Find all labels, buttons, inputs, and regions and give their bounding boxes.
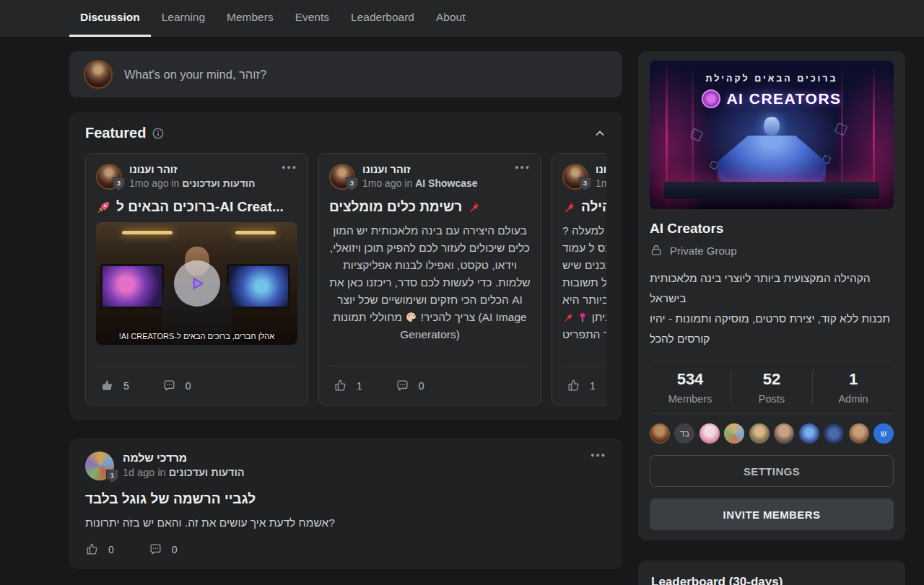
stat-posts[interactable]: 52 Posts xyxy=(731,370,812,405)
feed-post[interactable]: 1 מרדכי שלמה 1d ago in הודעות ועדכונים •… xyxy=(69,439,622,569)
like-count: 1 xyxy=(590,380,596,392)
comment-button[interactable]: 0 xyxy=(162,379,191,392)
member-avatar[interactable]: בד xyxy=(674,423,694,444)
video-caption: אהלן חברים, ברוכים הבאים ל-AI CREATORS! xyxy=(96,332,297,340)
group-sidebar: ברוכים הבאים לקהילת AI CREATORS AI Creat… xyxy=(638,51,905,585)
tab-about[interactable]: About xyxy=(425,0,476,37)
leaderboard-title: Leaderboard (30-days) xyxy=(651,575,892,585)
comment-button[interactable]: 0 xyxy=(396,379,424,392)
author-name[interactable]: מרדכי שלמה xyxy=(123,452,582,465)
rocket-icon xyxy=(96,200,111,215)
member-avatar[interactable]: ש xyxy=(873,423,894,444)
featured-heading: Featured xyxy=(85,125,146,141)
tab-members[interactable]: Members xyxy=(216,0,284,37)
video-thumbnail[interactable]: אהלן חברים, ברוכים הבאים ל-AI CREATORS! xyxy=(96,222,297,345)
group-stats: 534 Members 52 Posts 1 Admin xyxy=(650,361,894,414)
post-preview-text: בעולם היצירה עם בינה מלאכותית יש המון כל… xyxy=(329,222,531,343)
featured-card-community[interactable]: 3 זוהר וענונו 1mo קהילה ? למעלה היכנס ל xyxy=(552,153,606,405)
pushpin-icon xyxy=(562,201,576,214)
post-title: רשימת כלים מומלצים xyxy=(329,199,462,215)
member-avatar[interactable] xyxy=(724,423,744,444)
tab-events[interactable]: Events xyxy=(284,0,340,37)
member-avatar[interactable] xyxy=(824,423,844,444)
avatar[interactable]: 3 xyxy=(329,164,355,190)
round-pushpin-icon xyxy=(577,312,588,323)
level-badge: 3 xyxy=(346,177,358,190)
cover-welcome-text: ברוכים הבאים לקהילת xyxy=(650,74,894,84)
post-body: אשמח לדעת איך עושים את זה. והאם יש בזה י… xyxy=(85,516,606,529)
avatar[interactable]: 3 xyxy=(562,164,588,190)
category-link[interactable]: הודעות ועדכונים xyxy=(169,467,245,478)
featured-cards-row: 3 זוהר וענונו 1mo ago in הודעות ועדכונים… xyxy=(85,153,606,405)
tab-learning[interactable]: Learning xyxy=(151,0,216,37)
comment-count: 0 xyxy=(172,544,178,555)
group-name: AI Creators xyxy=(650,221,894,237)
group-description: הקהילה המקצועית ביותר ליוצרי בינה מלאכות… xyxy=(650,268,894,361)
privacy-label: Private Group xyxy=(670,245,737,257)
level-badge: 3 xyxy=(113,177,125,190)
page-content: What's on your mind, זוהר? Featured xyxy=(0,37,924,585)
composer-placeholder: What's on your mind, זוהר? xyxy=(124,68,266,82)
post-menu-icon[interactable]: ••• xyxy=(282,164,297,171)
play-button-icon[interactable] xyxy=(174,260,220,307)
invite-members-button[interactable]: INVITE MEMBERS xyxy=(650,498,894,530)
collapse-chevron-up-icon[interactable] xyxy=(593,127,606,140)
like-button[interactable]: 1 xyxy=(567,379,596,392)
group-info-card: ברוכים הבאים לקהילת AI CREATORS AI Creat… xyxy=(638,51,905,540)
group-cover-image: ברוכים הבאים לקהילת AI CREATORS xyxy=(650,61,894,209)
category-link[interactable]: AI Showcase xyxy=(415,177,477,189)
post-meta: 1mo xyxy=(596,177,606,189)
lock-icon xyxy=(650,244,663,257)
settings-button[interactable]: SETTINGS xyxy=(650,455,894,487)
avatar[interactable]: 1 xyxy=(85,452,114,480)
level-badge: 1 xyxy=(106,470,118,483)
monitor-right xyxy=(227,264,290,309)
post-title: ברוכים הבאים ל-AI Creat... xyxy=(116,199,284,215)
post-composer[interactable]: What's on your mind, זוהר? xyxy=(69,51,622,97)
post-meta: 1d ago in xyxy=(123,467,166,478)
member-avatar[interactable] xyxy=(774,423,794,444)
brain-icon xyxy=(702,89,720,108)
member-avatar[interactable] xyxy=(650,423,670,444)
category-link[interactable]: הודעות ועדכונים xyxy=(182,177,255,189)
post-title: לגביי הרשמה של גוגל בלבד xyxy=(85,491,606,507)
author-name[interactable]: זוהר וענונו xyxy=(129,164,274,175)
member-avatar[interactable] xyxy=(799,423,819,444)
post-meta: 1mo ago in xyxy=(362,177,412,189)
monitor-left xyxy=(100,264,164,309)
avatar[interactable]: 3 xyxy=(96,164,122,190)
info-icon[interactable] xyxy=(152,127,165,140)
tab-discussion[interactable]: Discussion xyxy=(69,0,151,37)
member-avatar[interactable] xyxy=(849,423,869,444)
pushpin-icon xyxy=(562,312,574,323)
cover-title-text: AI CREATORS xyxy=(726,90,841,107)
author-name[interactable]: זוהר וענונו xyxy=(596,164,606,175)
like-button[interactable]: 1 xyxy=(334,379,362,392)
top-nav: Discussion Learning Members Events Leade… xyxy=(0,0,924,37)
pushpin-icon xyxy=(467,201,481,214)
post-title: קהילה xyxy=(581,199,606,215)
comment-button[interactable]: 0 xyxy=(149,542,178,556)
post-menu-icon[interactable]: ••• xyxy=(515,164,531,171)
tab-leaderboard[interactable]: Leaderboard xyxy=(340,0,425,37)
like-button[interactable]: 5 xyxy=(100,379,129,392)
comment-count: 0 xyxy=(186,380,191,392)
member-avatars-row: בד ש xyxy=(650,414,894,445)
post-preview-text: ? למעלה היכנס ל עמוד התכנים שיש קבל תשוב… xyxy=(562,222,606,343)
like-button[interactable]: 0 xyxy=(85,542,114,556)
post-menu-icon[interactable]: ••• xyxy=(590,452,606,480)
level-badge: 3 xyxy=(579,177,591,190)
feed-column: What's on your mind, זוהר? Featured xyxy=(69,51,622,585)
stat-members[interactable]: 534 Members xyxy=(650,370,731,405)
leaderboard-card: Leaderboard (30-days) xyxy=(638,560,905,585)
featured-card-welcome[interactable]: 3 זוהר וענונו 1mo ago in הודעות ועדכונים… xyxy=(85,153,308,405)
cover-figure xyxy=(764,117,780,136)
current-user-avatar xyxy=(84,60,113,89)
featured-card-tools[interactable]: 3 זוהר וענונו 1mo ago in AI Showcase •••… xyxy=(318,153,541,405)
member-avatar[interactable] xyxy=(699,423,720,444)
stat-admin[interactable]: 1 Admin xyxy=(812,370,894,405)
author-name[interactable]: זוהר וענונו xyxy=(362,164,507,175)
member-avatar[interactable] xyxy=(749,423,770,444)
comment-count: 0 xyxy=(419,380,424,392)
like-count: 0 xyxy=(108,544,114,555)
